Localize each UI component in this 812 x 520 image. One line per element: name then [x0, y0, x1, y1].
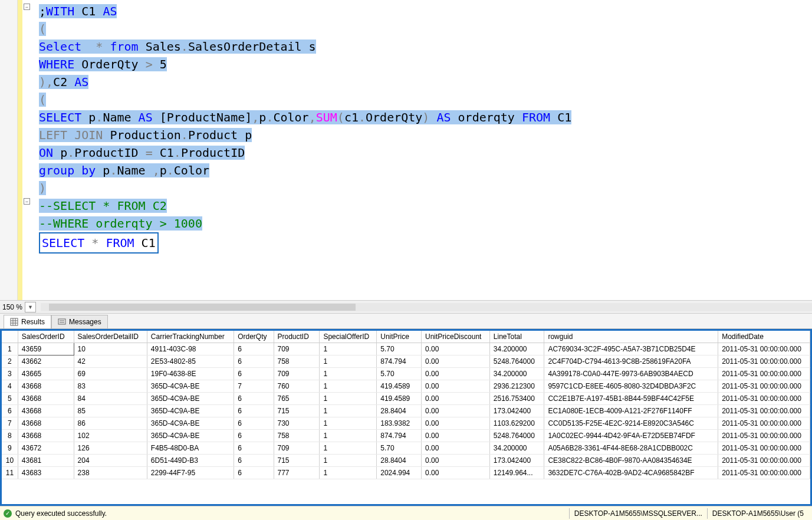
cell[interactable]: 5248.764000: [489, 430, 544, 442]
column-header[interactable]: UnitPriceDiscount: [422, 331, 490, 343]
column-header[interactable]: SpecialOfferID: [320, 331, 377, 343]
cell[interactable]: 6: [234, 405, 274, 417]
cell[interactable]: 0.00: [422, 393, 490, 405]
cell[interactable]: 43668: [18, 405, 74, 417]
cell[interactable]: 43668: [18, 380, 74, 393]
cell[interactable]: 2516.753400: [489, 393, 544, 405]
cell[interactable]: F4B5-48D0-BA: [147, 442, 234, 455]
cell[interactable]: 2011-05-31 00:00:00.000: [718, 405, 810, 417]
table-row[interactable]: 64366885365D-4C9A-BE6715128.84040.00173.…: [2, 405, 810, 417]
cell[interactable]: 69: [74, 368, 147, 380]
cell[interactable]: 758: [274, 430, 320, 442]
cell[interactable]: 6: [234, 417, 274, 430]
cell[interactable]: 0.00: [422, 442, 490, 455]
cell[interactable]: 1: [320, 368, 377, 380]
cell[interactable]: 183.9382: [377, 417, 422, 430]
table-row[interactable]: 3436656919F0-4638-8E670915.700.0034.2000…: [2, 368, 810, 380]
cell[interactable]: 1: [320, 380, 377, 393]
cell[interactable]: 85: [74, 405, 147, 417]
column-header[interactable]: ModifiedDate: [718, 331, 810, 343]
cell[interactable]: 238: [74, 467, 147, 479]
cell[interactable]: 173.042400: [489, 405, 544, 417]
cell[interactable]: 2011-05-31 00:00:00.000: [718, 417, 810, 430]
column-header[interactable]: rowguid: [544, 331, 718, 343]
cell[interactable]: 715: [274, 455, 320, 467]
cell[interactable]: 874.794: [377, 430, 422, 442]
tab-messages[interactable]: Messages: [51, 315, 108, 328]
code-content[interactable]: ;WITH C1 AS(Select * from Sales.SalesOrd…: [34, 0, 812, 300]
table-row[interactable]: 54366884365D-4C9A-BE67651419.45890.00251…: [2, 393, 810, 405]
cell[interactable]: 777: [274, 467, 320, 479]
cell[interactable]: 0.00: [422, 356, 490, 368]
cell[interactable]: 365D-4C9A-BE: [147, 393, 234, 405]
horizontal-scrollbar[interactable]: [41, 303, 812, 311]
column-header[interactable]: LineTotal: [489, 331, 544, 343]
cell[interactable]: 2011-05-31 00:00:00.000: [718, 356, 810, 368]
cell[interactable]: 715: [274, 405, 320, 417]
cell[interactable]: 1: [320, 405, 377, 417]
cell[interactable]: 43668: [18, 430, 74, 442]
cell[interactable]: 9597C1CD-E8EE-4605-8080-32D4DBDA3F2C: [544, 380, 718, 393]
cell[interactable]: 34.200000: [489, 368, 544, 380]
table-row[interactable]: 943672126F4B5-48D0-BA670915.700.0034.200…: [2, 442, 810, 455]
row-number[interactable]: 5: [2, 393, 18, 405]
table-row[interactable]: 74366886365D-4C9A-BE67301183.93820.00110…: [2, 417, 810, 430]
cell[interactable]: 43662: [18, 356, 74, 368]
fold-margin[interactable]: − −: [22, 0, 34, 300]
cell[interactable]: 1A0C02EC-9944-4D42-9F4A-E72D5EB74FDF: [544, 430, 718, 442]
table-row[interactable]: 44366883365D-4C9A-BE77601419.45890.00293…: [2, 380, 810, 393]
cell[interactable]: 1: [320, 356, 377, 368]
cell[interactable]: 43659: [18, 343, 74, 356]
cell[interactable]: 34.200000: [489, 442, 544, 455]
cell[interactable]: 1103.629200: [489, 417, 544, 430]
column-header[interactable]: UnitPrice: [377, 331, 422, 343]
cell[interactable]: 2011-05-31 00:00:00.000: [718, 467, 810, 479]
cell[interactable]: 6: [234, 368, 274, 380]
cell[interactable]: 419.4589: [377, 393, 422, 405]
table-row[interactable]: 143659104911-403C-98670915.700.0034.2000…: [2, 343, 810, 356]
table-row[interactable]: 243662422E53-4802-8567581874.7940.005248…: [2, 356, 810, 368]
cell[interactable]: 365D-4C9A-BE: [147, 380, 234, 393]
cell[interactable]: 1: [320, 393, 377, 405]
cell[interactable]: 42: [74, 356, 147, 368]
cell[interactable]: 0.00: [422, 343, 490, 356]
cell[interactable]: 2011-05-31 00:00:00.000: [718, 343, 810, 356]
cell[interactable]: 6: [234, 393, 274, 405]
cell[interactable]: 419.4589: [377, 380, 422, 393]
cell[interactable]: 6: [234, 430, 274, 442]
cell[interactable]: 0.00: [422, 380, 490, 393]
cell[interactable]: 6: [234, 442, 274, 455]
cell[interactable]: 0.00: [422, 430, 490, 442]
cell[interactable]: EC1A080E-1ECB-4009-A121-2F276F1140FF: [544, 405, 718, 417]
row-number[interactable]: 11: [2, 467, 18, 479]
cell[interactable]: 2011-05-31 00:00:00.000: [718, 380, 810, 393]
row-number[interactable]: 6: [2, 405, 18, 417]
fold-toggle[interactable]: −: [24, 4, 30, 10]
sql-editor[interactable]: − − ;WITH C1 AS(Select * from Sales.Sale…: [0, 0, 812, 301]
cell[interactable]: 6: [234, 343, 274, 356]
cell[interactable]: 173.042400: [489, 455, 544, 467]
cell[interactable]: 1: [320, 467, 377, 479]
cell[interactable]: 2011-05-31 00:00:00.000: [718, 430, 810, 442]
cell[interactable]: 365D-4C9A-BE: [147, 405, 234, 417]
row-number[interactable]: 4: [2, 380, 18, 393]
cell[interactable]: 12149.964...: [489, 467, 544, 479]
cell[interactable]: 2011-05-31 00:00:00.000: [718, 368, 810, 380]
cell[interactable]: 102: [74, 430, 147, 442]
cell[interactable]: 43668: [18, 417, 74, 430]
cell[interactable]: 43665: [18, 368, 74, 380]
cell[interactable]: 1: [320, 430, 377, 442]
cell[interactable]: 2011-05-31 00:00:00.000: [718, 455, 810, 467]
cell[interactable]: 0.00: [422, 368, 490, 380]
cell[interactable]: 1: [320, 343, 377, 356]
cell[interactable]: 2936.212300: [489, 380, 544, 393]
cell[interactable]: 760: [274, 380, 320, 393]
column-header[interactable]: CarrierTrackingNumber: [147, 331, 234, 343]
cell[interactable]: 43672: [18, 442, 74, 455]
cell[interactable]: 43683: [18, 467, 74, 479]
cell[interactable]: 28.8404: [377, 455, 422, 467]
cell[interactable]: 7: [234, 380, 274, 393]
cell[interactable]: 5.70: [377, 368, 422, 380]
cell[interactable]: 28.8404: [377, 405, 422, 417]
row-number[interactable]: 9: [2, 442, 18, 455]
